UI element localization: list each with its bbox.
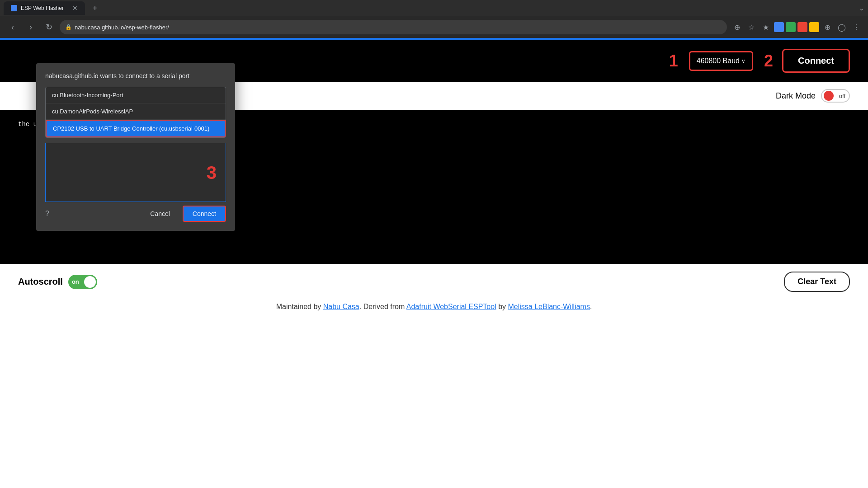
menu-button[interactable]: ⋮: [850, 21, 863, 33]
dark-mode-label: Dark Mode: [776, 91, 816, 101]
autoscroll-toggle[interactable]: on: [68, 275, 97, 289]
zoom-icon[interactable]: ⊕: [731, 21, 743, 33]
baud-select-wrapper: 460800 Baud ∨: [689, 51, 753, 71]
autoscroll-knob: [84, 276, 96, 288]
port-item-bluetooth[interactable]: cu.Bluetooth-Incoming-Port: [46, 87, 226, 103]
forward-button[interactable]: ›: [24, 20, 38, 34]
profile-button[interactable]: ◯: [835, 21, 848, 33]
extension-icon-4[interactable]: [809, 22, 819, 32]
address-text: nabucasa.github.io/esp-web-flasher/: [75, 24, 169, 31]
new-tab-button[interactable]: +: [89, 2, 101, 14]
connect-button-wrapper: Connect: [782, 49, 850, 73]
clear-text-button[interactable]: Clear Text: [784, 272, 850, 292]
star-icon[interactable]: ★: [760, 21, 772, 33]
extension-icon-2[interactable]: [786, 22, 796, 32]
browser-toolbar: ‹ › ↻ 🔒 nabucasa.github.io/esp-web-flash…: [0, 16, 868, 38]
serial-port-dialog: nabucasa.github.io wants to connect to a…: [36, 63, 235, 231]
dropdown-arrow-icon: ∨: [741, 58, 745, 64]
port-item-cp2102[interactable]: CP2102 USB to UART Bridge Controller (cu…: [46, 120, 226, 137]
dialog-cancel-button[interactable]: Cancel: [143, 206, 177, 221]
extension-icon-1[interactable]: [774, 22, 784, 32]
derived-text: . Derived from: [359, 303, 406, 310]
port-item-label: CP2102 USB to UART Bridge Controller (cu…: [53, 125, 209, 132]
bookmark-icon[interactable]: ☆: [745, 21, 758, 33]
baud-selector[interactable]: 460800 Baud ∨: [691, 53, 751, 69]
tab-title: ESP Web Flasher: [21, 5, 64, 11]
step3-annotation: 3: [207, 162, 217, 183]
autoscroll-section: Autoscroll on: [18, 275, 97, 289]
extensions-button[interactable]: ⊕: [821, 21, 834, 33]
browser-tab-active[interactable]: ESP Web Flasher ✕: [4, 1, 85, 15]
autoscroll-state-label: on: [72, 278, 79, 285]
port-item-label: cu.DamonAirPods-WirelessiAP: [52, 108, 133, 115]
browser-titlebar: ESP Web Flasher ✕ + ⌄: [0, 0, 868, 16]
dialog-title: nabucasa.github.io wants to connect to a…: [45, 72, 226, 80]
toggle-knob: [824, 91, 834, 101]
connect-button[interactable]: Connect: [783, 50, 849, 71]
step2-label: 2: [764, 52, 773, 70]
autoscroll-label: Autoscroll: [18, 277, 63, 287]
melissa-link[interactable]: Melissa LeBlanc-Williams: [508, 303, 590, 310]
footer-credit: Maintained by Nabu Casa. Derived from Ad…: [0, 299, 868, 318]
dialog-connect-button[interactable]: Connect: [183, 206, 226, 222]
address-bar[interactable]: 🔒 nabucasa.github.io/esp-web-flasher/: [60, 20, 727, 34]
tab-close-icon[interactable]: ✕: [72, 5, 78, 12]
baud-value: 460800 Baud: [697, 57, 740, 65]
period: .: [590, 303, 592, 310]
extension-icon-3[interactable]: [797, 22, 807, 32]
page-content: 1 460800 Baud ∨ 2 Connect Dark Mode off …: [0, 40, 868, 488]
port-list-empty-area: 3: [45, 143, 226, 202]
toggle-state-label: off: [839, 93, 845, 99]
step1-label: 1: [669, 52, 678, 70]
nabu-casa-link[interactable]: Nabu Casa: [323, 303, 359, 310]
back-button[interactable]: ‹: [5, 20, 20, 34]
port-item-airpods[interactable]: cu.DamonAirPods-WirelessiAP: [46, 103, 226, 120]
dark-mode-toggle[interactable]: off: [821, 89, 850, 103]
port-item-label: cu.Bluetooth-Incoming-Port: [52, 92, 123, 99]
page-footer: Autoscroll on Clear Text: [0, 264, 868, 299]
by-text: by: [496, 303, 508, 310]
browser-chrome: ESP Web Flasher ✕ + ⌄ ‹ › ↻ 🔒 nabucasa.g…: [0, 0, 868, 38]
dialog-buttons: ? Cancel Connect: [45, 206, 226, 222]
lock-icon: 🔒: [65, 24, 72, 30]
credit-text: Maintained by: [276, 303, 323, 310]
tab-favicon: [11, 5, 17, 11]
adafruit-link[interactable]: Adafruit WebSerial ESPTool: [406, 303, 496, 310]
port-list: cu.Bluetooth-Incoming-Port cu.DamonAirPo…: [45, 87, 226, 138]
toolbar-icons: ⊕ ☆ ★ ⊕ ◯ ⋮: [731, 21, 863, 33]
reload-button[interactable]: ↻: [42, 20, 56, 34]
help-icon[interactable]: ?: [45, 210, 49, 218]
